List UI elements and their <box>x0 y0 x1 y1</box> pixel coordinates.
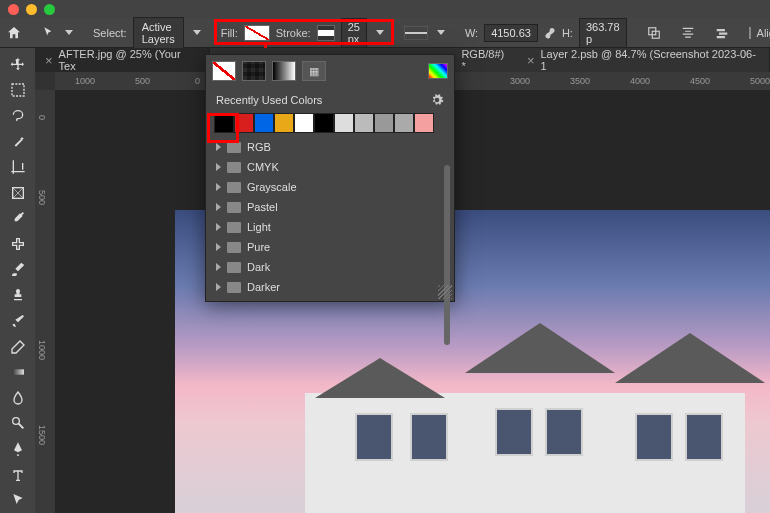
home-icon[interactable] <box>6 22 22 44</box>
folder-label: Grayscale <box>247 181 297 193</box>
chevron-down-icon[interactable] <box>193 30 201 35</box>
brush-tool[interactable] <box>4 258 32 282</box>
color-folder[interactable]: Light <box>206 217 454 237</box>
link-icon[interactable] <box>544 22 556 44</box>
color-swatch[interactable] <box>294 113 314 133</box>
tab-document-2[interactable]: × Layer 2.psb @ 84.7% (Screenshot 2023-0… <box>517 48 770 72</box>
align-checkbox[interactable] <box>749 27 751 39</box>
color-swatch[interactable] <box>394 113 414 133</box>
folder-icon <box>227 282 241 293</box>
solid-color-tab[interactable] <box>242 61 266 81</box>
ruler-vertical[interactable]: 0 500 1000 1500 <box>35 90 55 513</box>
chevron-right-icon <box>216 143 221 151</box>
svg-point-7 <box>12 418 19 425</box>
folder-label: Light <box>247 221 271 233</box>
tools-panel <box>0 48 35 513</box>
color-folder[interactable]: Dark <box>206 257 454 277</box>
close-icon[interactable]: × <box>527 53 535 68</box>
resize-handle[interactable] <box>438 285 452 299</box>
color-swatch[interactable] <box>314 113 334 133</box>
color-folder[interactable]: Grayscale <box>206 177 454 197</box>
color-folder[interactable]: Pastel <box>206 197 454 217</box>
select-mode-dropdown[interactable]: Active Layers <box>133 17 184 49</box>
stroke-style[interactable] <box>404 26 428 40</box>
pen-tool[interactable] <box>4 437 32 461</box>
dodge-tool[interactable] <box>4 412 32 436</box>
color-swatch[interactable] <box>214 113 234 133</box>
path-selection-tool[interactable] <box>4 488 32 512</box>
color-swatch[interactable] <box>234 113 254 133</box>
chevron-right-icon <box>216 283 221 291</box>
eraser-tool[interactable] <box>4 335 32 359</box>
width-field[interactable]: 4150.63 <box>484 24 538 42</box>
color-picker-icon[interactable] <box>428 63 448 79</box>
width-label: W: <box>465 27 478 39</box>
gear-icon[interactable] <box>430 93 444 107</box>
gradient-tool[interactable] <box>4 360 32 384</box>
history-brush-tool[interactable] <box>4 309 32 333</box>
chevron-right-icon <box>216 263 221 271</box>
stroke-swatch[interactable] <box>317 25 335 41</box>
select-label: Select: <box>93 27 127 39</box>
color-folder[interactable]: RGB <box>206 137 454 157</box>
options-bar: Select: Active Layers Fill: Stroke: 25 p… <box>0 18 770 48</box>
pattern-tab[interactable]: ▦ <box>302 61 326 81</box>
stroke-label: Stroke: <box>276 27 311 39</box>
color-swatch[interactable] <box>414 113 434 133</box>
stamp-tool[interactable] <box>4 283 32 307</box>
swatches-header: Recently Used Colors <box>216 94 322 106</box>
folder-icon <box>227 222 241 233</box>
tab-label: AFTER.jpg @ 25% (Your Tex <box>59 48 199 72</box>
color-swatch[interactable] <box>354 113 374 133</box>
height-field[interactable]: 363.78 p <box>579 18 627 48</box>
healing-tool[interactable] <box>4 232 32 256</box>
folder-label: Dark <box>247 261 270 273</box>
stroke-width-field[interactable]: 25 px <box>341 18 367 48</box>
color-folders: RGBCMYKGrayscalePastelLightPureDarkDarke… <box>206 133 454 301</box>
window-controls[interactable] <box>8 4 55 15</box>
path-ops-icon[interactable] <box>647 22 661 44</box>
scrollbar[interactable] <box>444 165 450 345</box>
type-tool[interactable] <box>4 463 32 487</box>
color-swatch[interactable] <box>334 113 354 133</box>
tab-suffix: RGB/8#) * <box>461 48 511 72</box>
color-swatch[interactable] <box>274 113 294 133</box>
marquee-tool[interactable] <box>4 79 32 103</box>
tab-document-1[interactable]: × AFTER.jpg @ 25% (Your Tex <box>35 48 210 72</box>
tab-label: Layer 2.psb @ 84.7% (Screenshot 2023-06-… <box>540 48 759 72</box>
chevron-right-icon <box>216 163 221 171</box>
chevron-down-icon[interactable] <box>437 30 445 35</box>
eyedropper-tool[interactable] <box>4 207 32 231</box>
lasso-tool[interactable] <box>4 104 32 128</box>
arrange-icon[interactable] <box>715 22 729 44</box>
chevron-right-icon <box>216 243 221 251</box>
crop-tool[interactable] <box>4 155 32 179</box>
wand-tool[interactable] <box>4 130 32 154</box>
fill-swatch[interactable] <box>244 25 270 41</box>
color-swatch[interactable] <box>254 113 274 133</box>
folder-icon <box>227 162 241 173</box>
folder-icon <box>227 202 241 213</box>
align-label: Align <box>757 27 770 39</box>
folder-label: Darker <box>247 281 280 293</box>
color-folder[interactable]: Pure <box>206 237 454 257</box>
gradient-tab[interactable] <box>272 61 296 81</box>
color-picker-popup: ▦ Recently Used Colors RGBCMYKGrayscaleP… <box>205 54 455 302</box>
move-tool-icon[interactable] <box>42 22 56 44</box>
height-label: H: <box>562 27 573 39</box>
color-swatch[interactable] <box>374 113 394 133</box>
color-folder[interactable]: CMYK <box>206 157 454 177</box>
color-folder[interactable]: Darker <box>206 277 454 297</box>
tool-preset-dropdown[interactable] <box>65 30 73 35</box>
folder-icon <box>227 182 241 193</box>
align-icon[interactable] <box>681 22 695 44</box>
chevron-down-icon[interactable] <box>376 30 384 35</box>
folder-label: Pure <box>247 241 270 253</box>
chevron-right-icon <box>216 203 221 211</box>
no-color-tab[interactable] <box>212 61 236 81</box>
move-tool[interactable] <box>4 53 32 77</box>
blur-tool[interactable] <box>4 386 32 410</box>
close-icon[interactable]: × <box>45 53 53 68</box>
swatch-row <box>206 113 454 133</box>
frame-tool[interactable] <box>4 181 32 205</box>
